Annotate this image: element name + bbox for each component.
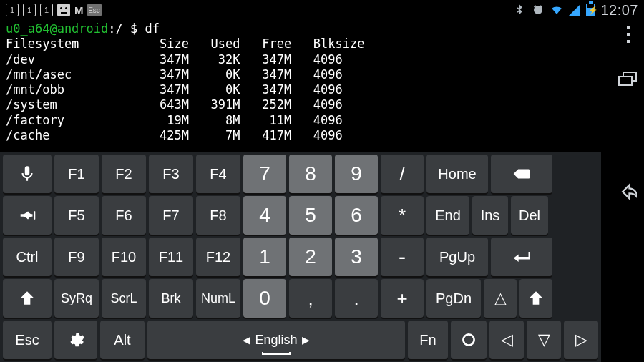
prompt-user: u0_a64@android (6, 21, 108, 36)
key-2[interactable]: 2 (289, 238, 332, 276)
key-plus[interactable]: + (381, 279, 424, 318)
key-4[interactable]: 4 (243, 196, 286, 235)
key-pgup[interactable]: PgUp (426, 238, 488, 276)
key-sysrq[interactable]: SyRq (54, 279, 99, 318)
key-f12[interactable]: F12 (196, 238, 240, 276)
notif-term-icon-3: 1 (40, 4, 53, 16)
recent-apps-button[interactable] (618, 72, 638, 89)
shift-icon (527, 289, 545, 308)
key-mic[interactable] (3, 155, 52, 193)
df-header: Filesystem Size Used Free Blksize (6, 36, 365, 51)
key-arrow-up[interactable]: △ (484, 279, 517, 318)
overflow-button[interactable] (621, 26, 635, 43)
lang-next-icon: ▶ (302, 334, 310, 346)
key-slash[interactable]: / (381, 155, 424, 193)
key-f11[interactable]: F11 (149, 238, 193, 276)
shift-icon (18, 289, 36, 308)
key-3[interactable]: 3 (335, 238, 378, 276)
key-7[interactable]: 7 (243, 155, 286, 193)
df-row: /factory 19M 8M 11M 4096 (6, 113, 343, 127)
key-f4[interactable]: F4 (196, 155, 240, 193)
key-asterisk[interactable]: * (381, 196, 424, 235)
key-f5[interactable]: F5 (54, 196, 99, 235)
key-scrl[interactable]: ScrL (102, 279, 146, 318)
terminal-output[interactable]: u0_a64@android:/ $ df Filesystem Size Us… (0, 20, 644, 145)
key-f10[interactable]: F10 (102, 238, 146, 276)
signal-icon (569, 4, 580, 16)
circle-icon (459, 331, 478, 349)
key-brk[interactable]: Brk (149, 279, 193, 318)
df-row: /mnt/asec 347M 0K 347M 4096 (6, 67, 343, 82)
key-backspace[interactable] (491, 155, 552, 193)
key-arrow-right[interactable]: ▷ (564, 321, 598, 359)
df-row: /cache 425M 7M 417M 4096 (6, 128, 343, 142)
notif-gmail-icon: M (74, 4, 83, 16)
key-enter[interactable] (491, 238, 552, 276)
key-ins[interactable]: Ins (472, 196, 508, 235)
terminal-command: df (145, 21, 159, 36)
status-bar: 1 1 1 M Esc ⚡ 12:07 (0, 0, 644, 20)
key-fn[interactable]: Fn (408, 321, 448, 359)
key-f9[interactable]: F9 (54, 238, 99, 276)
key-comma[interactable]: , (289, 279, 332, 318)
key-f8[interactable]: F8 (196, 196, 240, 235)
key-space[interactable]: ◀ English ▶ (147, 321, 405, 359)
notif-face-icon (57, 4, 70, 16)
key-numl[interactable]: NumL (196, 279, 240, 318)
key-f3[interactable]: F3 (149, 155, 193, 193)
key-shift-right[interactable] (519, 279, 552, 318)
key-0[interactable]: 0 (243, 279, 286, 318)
key-alt[interactable]: Alt (100, 321, 145, 359)
key-ctrl[interactable]: Ctrl (3, 238, 52, 276)
key-settings[interactable] (54, 321, 97, 359)
status-left: 1 1 1 M Esc (6, 4, 102, 16)
key-f7[interactable]: F7 (149, 196, 193, 235)
key-period[interactable]: . (335, 279, 378, 318)
wifi-icon (550, 4, 563, 16)
key-5[interactable]: 5 (289, 196, 332, 235)
notif-ime-icon: Esc (87, 4, 102, 16)
key-end[interactable]: End (426, 196, 469, 235)
key-tab[interactable] (3, 196, 52, 235)
gear-icon (67, 331, 85, 349)
notif-term-icon-1: 1 (6, 4, 19, 16)
enter-icon (512, 248, 531, 266)
keyboard: F1 F2 F3 F4 7 8 9 / Home F5 F6 F7 F8 4 5… (0, 152, 601, 362)
key-pgdn[interactable]: PgDn (426, 279, 481, 318)
svg-point-0 (463, 334, 474, 345)
battery-icon: ⚡ (586, 4, 595, 16)
clock: 12:07 (600, 2, 638, 19)
key-minus[interactable]: - (381, 238, 424, 276)
key-f2[interactable]: F2 (102, 155, 146, 193)
key-del[interactable]: Del (511, 196, 548, 235)
key-8[interactable]: 8 (289, 155, 332, 193)
lang-prev-icon: ◀ (243, 334, 250, 346)
key-esc[interactable]: Esc (3, 321, 52, 359)
key-f1[interactable]: F1 (54, 155, 99, 193)
df-row: /mnt/obb 347M 0K 347M 4096 (6, 82, 343, 97)
df-row: /system 643M 391M 252M 4096 (6, 97, 343, 112)
key-shift-left[interactable] (3, 279, 52, 318)
key-circle[interactable] (451, 321, 487, 359)
prompt-path: :/ $ (108, 21, 145, 36)
key-f6[interactable]: F6 (102, 196, 146, 235)
bluetooth-icon (513, 4, 526, 16)
space-language-label: English (255, 333, 297, 348)
backspace-icon (512, 165, 531, 183)
tab-icon (18, 206, 36, 225)
alarm-icon (532, 4, 545, 16)
key-9[interactable]: 9 (335, 155, 378, 193)
key-home[interactable]: Home (426, 155, 488, 193)
key-6[interactable]: 6 (335, 196, 378, 235)
key-1[interactable]: 1 (243, 238, 286, 276)
key-arrow-down[interactable]: ▽ (527, 321, 561, 359)
key-arrow-left[interactable]: ◁ (489, 321, 524, 359)
df-row: /dev 347M 32K 347M 4096 (6, 52, 343, 67)
status-right: ⚡ 12:07 (513, 2, 638, 19)
mic-icon (18, 165, 36, 183)
nav-back-button[interactable] (617, 182, 637, 205)
notif-term-icon-2: 1 (23, 4, 36, 16)
